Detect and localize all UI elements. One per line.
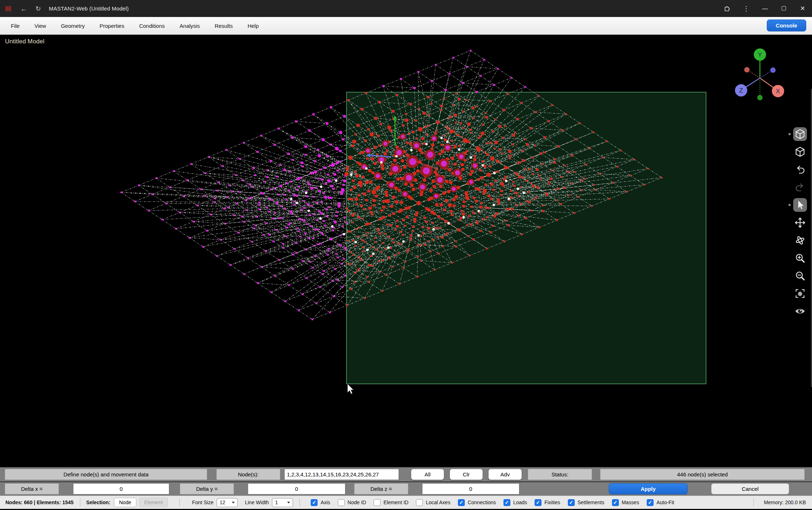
toggle-fixities[interactable]: ✓Fixities — [535, 499, 560, 506]
delta-z-input[interactable] — [422, 483, 519, 494]
menu-view[interactable]: View — [34, 20, 46, 32]
axis-triad[interactable]: YZX — [730, 45, 790, 102]
line-width-label: Line Width — [245, 500, 269, 505]
active-indicator-dot — [788, 204, 791, 206]
model-viewport[interactable]: Untitled Model YZX — [0, 35, 812, 467]
pan-button[interactable] — [793, 216, 807, 230]
checkbox-unchecked-icon[interactable]: ✓ — [338, 499, 345, 506]
checkbox-unchecked-icon[interactable]: ✓ — [374, 499, 381, 506]
browser-menu-icon[interactable]: ⋮ — [737, 5, 756, 13]
close-icon[interactable]: ✕ — [793, 5, 812, 12]
visibility-icon — [794, 305, 806, 317]
undo-button[interactable] — [793, 163, 807, 176]
svg-text:X: X — [776, 88, 780, 95]
cancel-button[interactable]: Cancel — [711, 483, 789, 494]
delta-y-label: Delta y = — [180, 483, 234, 494]
title-bar: ← ↻ MASTAN2-Web (Untitled Model) ⋮ — ✕ — [0, 0, 812, 17]
view-cube-solid-button[interactable] — [793, 127, 807, 141]
checkbox-checked-icon[interactable]: ✓ — [647, 499, 654, 506]
model-canvas[interactable] — [0, 35, 812, 467]
select-all-button[interactable]: All — [411, 469, 444, 480]
toggle-label: Local Axes — [426, 500, 450, 505]
clear-button[interactable]: Clr — [450, 469, 483, 480]
menu-results[interactable]: Results — [214, 20, 233, 32]
view-cube-outline-button[interactable] — [793, 145, 807, 159]
font-size-select[interactable]: 12 — [217, 498, 238, 507]
toggle-loads[interactable]: ✓Loads — [503, 499, 527, 506]
selection-mode-node-button[interactable]: Node — [114, 498, 136, 507]
back-icon[interactable]: ← — [20, 5, 27, 12]
divider — [299, 498, 300, 506]
zoom-in-button[interactable] — [793, 251, 807, 265]
toggle-label: Axis — [320, 500, 330, 505]
console-button[interactable]: Console — [767, 20, 806, 31]
toggle-label: Connections — [468, 500, 496, 505]
toggle-element-id[interactable]: ✓Element ID — [374, 499, 408, 506]
chevron-down-icon — [287, 502, 290, 503]
visibility-button[interactable] — [793, 304, 807, 318]
checkbox-checked-icon[interactable]: ✓ — [311, 499, 318, 506]
toggle-label: Element ID — [383, 500, 408, 505]
redo-button[interactable] — [793, 180, 807, 194]
checkbox-checked-icon[interactable]: ✓ — [503, 499, 510, 506]
checkbox-unchecked-icon[interactable]: ✓ — [416, 499, 423, 506]
select-cursor-button[interactable] — [793, 198, 807, 212]
delta-y-input[interactable] — [248, 483, 345, 494]
zoom-out-button[interactable] — [793, 269, 807, 283]
menu-bar: FileViewGeometryPropertiesConditionsAnal… — [0, 17, 812, 35]
checkbox-checked-icon[interactable]: ✓ — [535, 499, 541, 506]
font-size-value: 12 — [220, 500, 225, 505]
redo-icon — [794, 181, 806, 193]
view-toolbar — [792, 127, 808, 318]
status-bar: Nodes: 660 | Elements: 1545 Selection: N… — [0, 496, 812, 509]
menu-geometry[interactable]: Geometry — [61, 20, 85, 32]
node-panel: Define node(s) and movement data Node(s)… — [0, 467, 812, 481]
toggle-label: Fixities — [544, 500, 560, 505]
nodes-input[interactable] — [284, 469, 399, 480]
toggle-masses[interactable]: ✓Masses — [612, 499, 639, 506]
delta-x-label: Delta x = — [5, 483, 59, 494]
toggle-label: Auto-Fit — [656, 500, 674, 505]
orbit-icon — [794, 235, 806, 246]
movement-panel: Delta x = Delta y = Delta z = Apply Canc… — [0, 481, 812, 496]
menu-help[interactable]: Help — [247, 20, 259, 32]
zoom-in-icon — [794, 252, 806, 264]
line-width-value: 1 — [275, 500, 278, 505]
toggle-settlements[interactable]: ✓Settlements — [568, 499, 604, 506]
checkbox-checked-icon[interactable]: ✓ — [612, 499, 619, 506]
orbit-button[interactable] — [793, 233, 807, 247]
toggle-label: Loads — [513, 500, 527, 505]
toggle-axis[interactable]: ✓Axis — [311, 499, 330, 506]
checkbox-checked-icon[interactable]: ✓ — [458, 499, 465, 506]
advanced-button[interactable]: Adv — [488, 469, 522, 480]
zoom-fit-button[interactable] — [793, 287, 807, 300]
minimize-icon[interactable]: — — [756, 5, 774, 12]
toggle-local-axes[interactable]: ✓Local Axes — [416, 499, 450, 506]
app-logo-icon — [4, 5, 12, 13]
maximize-icon[interactable] — [774, 5, 793, 12]
delta-x-input[interactable] — [73, 483, 169, 494]
zoom-fit-icon — [794, 288, 806, 299]
selection-mode-element-button[interactable]: Element — [139, 498, 168, 507]
view-cube-outline-icon — [794, 146, 806, 158]
menu-conditions[interactable]: Conditions — [139, 20, 165, 32]
divider — [753, 498, 754, 506]
line-width-select[interactable]: 1 — [272, 498, 293, 507]
view-cube-solid-icon — [794, 128, 806, 140]
panel-title: Define node(s) and movement data — [5, 469, 207, 480]
refresh-icon[interactable]: ↻ — [35, 5, 41, 12]
menu-analysis[interactable]: Analysis — [180, 20, 200, 32]
toggle-node-id[interactable]: ✓Node ID — [338, 499, 366, 506]
apply-button[interactable]: Apply — [609, 483, 688, 494]
toggle-connections[interactable]: ✓Connections — [458, 499, 496, 506]
toggle-auto-fit[interactable]: ✓Auto-Fit — [647, 499, 674, 506]
menu-properties[interactable]: Properties — [99, 20, 124, 32]
checkbox-checked-icon[interactable]: ✓ — [568, 499, 575, 506]
extensions-icon[interactable] — [718, 4, 737, 13]
selection-label: Selection: — [86, 500, 110, 505]
divider — [179, 498, 180, 506]
chevron-down-icon — [232, 502, 235, 503]
menu-file[interactable]: File — [11, 20, 20, 32]
active-indicator-dot — [788, 133, 791, 135]
font-size-label: Font Size — [192, 500, 213, 505]
